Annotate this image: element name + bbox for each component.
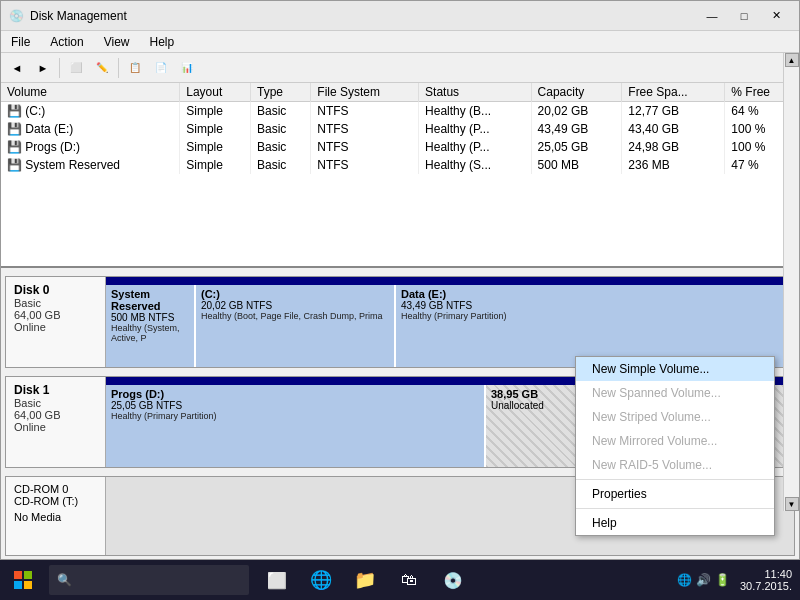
disk0-partition-data[interactable]: Data (E:) 43,49 GB NTFS Healthy (Primary… [396, 285, 794, 367]
disk0-size: 64,00 GB [14, 309, 97, 321]
svg-rect-0 [14, 571, 22, 579]
context-menu-new-mirrored[interactable]: New Mirrored Volume... [576, 429, 774, 453]
context-menu-new-raid5[interactable]: New RAID-5 Volume... [576, 453, 774, 477]
taskbar-store-icon[interactable]: 🛍 [389, 560, 429, 600]
cell-status: Healthy (B... [419, 102, 532, 121]
toolbar-forward[interactable]: ► [31, 56, 55, 80]
cell-type: Basic [251, 138, 311, 156]
window-title: Disk Management [30, 9, 127, 23]
cell-free: 24,98 GB [622, 138, 725, 156]
cell-status: Healthy (P... [419, 120, 532, 138]
table-row[interactable]: 💾 Data (E:) Simple Basic NTFS Healthy (P… [1, 120, 799, 138]
menu-action[interactable]: Action [40, 31, 93, 52]
disk1-status: Online [14, 421, 97, 433]
clock-date: 30.7.2015. [740, 580, 792, 592]
menu-bar: File Action View Help [1, 31, 799, 53]
drive-icon: 💾 [7, 104, 22, 118]
cell-capacity: 25,05 GB [531, 138, 622, 156]
cell-layout: Simple [180, 138, 251, 156]
context-menu-new-spanned[interactable]: New Spanned Volume... [576, 381, 774, 405]
toolbar: ◄ ► ⬜ ✏️ 📋 📄 📊 [1, 53, 799, 83]
taskbar-sys-icons: 🌐 🔊 🔋 [677, 573, 730, 587]
menu-file[interactable]: File [1, 31, 40, 52]
maximize-button[interactable]: □ [729, 6, 759, 26]
context-menu-help[interactable]: Help [576, 511, 774, 535]
disk0-partition-c[interactable]: (C:) 20,02 GB NTFS Healthy (Boot, Page F… [196, 285, 396, 367]
menu-view[interactable]: View [94, 31, 140, 52]
context-menu-properties[interactable]: Properties [576, 482, 774, 506]
menu-help[interactable]: Help [140, 31, 185, 52]
network-icon: 🌐 [677, 573, 692, 587]
col-type: Type [251, 83, 311, 102]
start-button[interactable] [0, 560, 45, 600]
toolbar-sep1 [59, 58, 60, 78]
toolbar-btn4[interactable]: 📋 [123, 56, 147, 80]
taskbar-clock[interactable]: 11:40 30.7.2015. [740, 568, 792, 592]
taskbar-diskmgmt-icon[interactable]: 💿 [433, 560, 473, 600]
cell-type: Basic [251, 120, 311, 138]
title-bar: 💿 Disk Management — □ ✕ [1, 1, 799, 31]
col-capacity: Capacity [531, 83, 622, 102]
cell-type: Basic [251, 156, 311, 174]
minimize-button[interactable]: — [697, 6, 727, 26]
app-icon: 💿 [9, 9, 24, 23]
cell-fs: NTFS [311, 138, 419, 156]
table-row[interactable]: 💾 (C:) Simple Basic NTFS Healthy (B... 2… [1, 102, 799, 121]
cdrom0-nomedia: No Media [14, 511, 97, 523]
drive-icon: 💾 [7, 122, 22, 136]
cell-status: Healthy (S... [419, 156, 532, 174]
col-freespace: Free Spa... [622, 83, 725, 102]
taskbar-icons: ⬜ 🌐 📁 🛍 💿 [257, 560, 473, 600]
toolbar-btn3[interactable]: ✏️ [90, 56, 114, 80]
disk0-label: Disk 0 Basic 64,00 GB Online [6, 277, 106, 367]
taskbar-right: 🌐 🔊 🔋 11:40 30.7.2015. [677, 568, 800, 592]
context-menu-new-striped[interactable]: New Striped Volume... [576, 405, 774, 429]
cell-status: Healthy (P... [419, 138, 532, 156]
disk0-status: Online [14, 321, 97, 333]
col-filesystem: File System [311, 83, 419, 102]
windows-logo-icon [13, 570, 33, 590]
clock-time: 11:40 [740, 568, 792, 580]
disk-table-section: Volume Layout Type File System Status Ca… [1, 83, 799, 268]
cell-volume: 💾 Data (E:) [1, 120, 180, 138]
taskbar: 🔍 ⬜ 🌐 📁 🛍 💿 🌐 🔊 🔋 11:40 30.7.2015. [0, 560, 800, 600]
taskbar-search[interactable]: 🔍 [49, 565, 249, 595]
cell-capacity: 20,02 GB [531, 102, 622, 121]
disk1-size: 64,00 GB [14, 409, 97, 421]
taskbar-folder-icon[interactable]: 📁 [345, 560, 385, 600]
cell-type: Basic [251, 102, 311, 121]
disk0-row: Disk 0 Basic 64,00 GB Online System Rese… [5, 276, 795, 368]
search-icon: 🔍 [57, 573, 72, 587]
toolbar-btn5[interactable]: 📄 [149, 56, 173, 80]
table-row[interactable]: 💾 System Reserved Simple Basic NTFS Heal… [1, 156, 799, 174]
cell-layout: Simple [180, 120, 251, 138]
taskbar-task-view[interactable]: ⬜ [257, 560, 297, 600]
cell-fs: NTFS [311, 120, 419, 138]
toolbar-back[interactable]: ◄ [5, 56, 29, 80]
context-menu-sep1 [576, 479, 774, 480]
scroll-up[interactable]: ▲ [785, 53, 799, 67]
toolbar-btn6[interactable]: 📊 [175, 56, 199, 80]
svg-rect-2 [14, 581, 22, 589]
svg-rect-1 [24, 571, 32, 579]
context-menu-sep2 [576, 508, 774, 509]
cell-free: 43,40 GB [622, 120, 725, 138]
toolbar-btn2[interactable]: ⬜ [64, 56, 88, 80]
scroll-down[interactable]: ▼ [785, 497, 799, 511]
table-row[interactable]: 💾 Progs (D:) Simple Basic NTFS Healthy (… [1, 138, 799, 156]
disk1-label: Disk 1 Basic 64,00 GB Online [6, 377, 106, 467]
disk0-partition-sysreserved[interactable]: System Reserved 500 MB NTFS Healthy (Sys… [106, 285, 196, 367]
volume-icon: 🔊 [696, 573, 711, 587]
cell-capacity: 500 MB [531, 156, 622, 174]
vertical-scrollbar[interactable]: ▲ ▼ [783, 53, 799, 511]
taskbar-edge-icon[interactable]: 🌐 [301, 560, 341, 600]
cell-free: 12,77 GB [622, 102, 725, 121]
context-menu-new-simple[interactable]: New Simple Volume... [576, 357, 774, 381]
col-layout: Layout [180, 83, 251, 102]
disk0-type: Basic [14, 297, 97, 309]
cell-volume: 💾 System Reserved [1, 156, 180, 174]
title-bar-left: 💿 Disk Management [9, 9, 127, 23]
disk1-partition-progs[interactable]: Progs (D:) 25,05 GB NTFS Healthy (Primar… [106, 385, 486, 467]
close-button[interactable]: ✕ [761, 6, 791, 26]
cell-fs: NTFS [311, 156, 419, 174]
